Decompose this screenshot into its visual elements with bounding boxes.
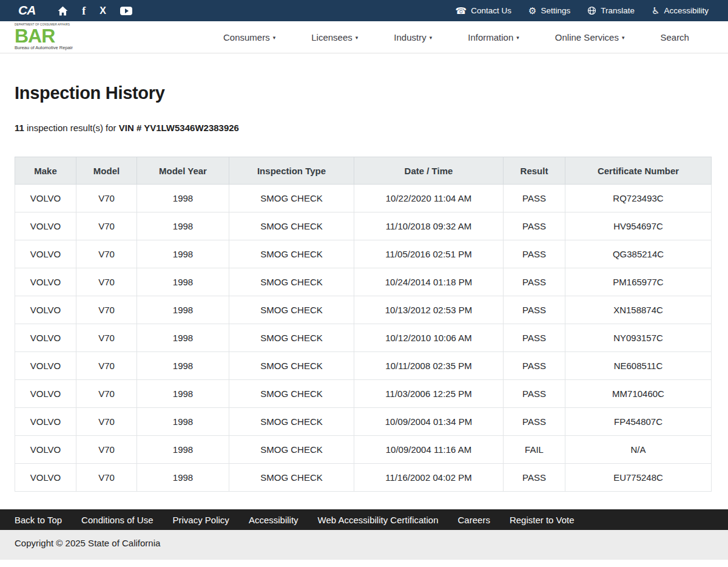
wheelchair-icon: ♿ — [652, 6, 659, 15]
chevron-down-icon: ▾ — [356, 35, 359, 41]
cell-inspection-type: SMOG CHECK — [229, 408, 354, 436]
nav-information[interactable]: Information▾ — [468, 32, 519, 42]
cell-certificate-number: HV954697C — [565, 212, 712, 240]
footer-nav: Back to TopConditions of UsePrivacy Poli… — [0, 509, 728, 530]
column-header-model-year: Model Year — [137, 157, 229, 185]
cell-inspection-type: SMOG CHECK — [229, 352, 354, 380]
cell-certificate-number: QG385214C — [565, 240, 712, 268]
chevron-down-icon: ▾ — [430, 35, 433, 41]
cell-result: PASS — [504, 352, 565, 380]
footer-link-web-accessibility-certification[interactable]: Web Accessibility Certification — [318, 515, 439, 525]
ca-gov-logo[interactable]: CA — [18, 3, 35, 18]
cell-date-time: 10/24/2014 01:18 PM — [354, 268, 504, 296]
translate-label: Translate — [601, 6, 635, 15]
accessibility-label: Accessibility — [664, 6, 709, 15]
table-row: VOLVOV701998SMOG CHECK10/24/2014 01:18 P… — [15, 268, 712, 296]
cell-model: V70 — [76, 380, 137, 408]
nav-consumers[interactable]: Consumers▾ — [223, 32, 275, 42]
cell-date-time: 10/13/2012 02:53 PM — [354, 296, 504, 324]
cell-model: V70 — [76, 436, 137, 464]
cell-result: PASS — [504, 296, 565, 324]
facebook-link[interactable]: f — [82, 5, 86, 16]
cell-certificate-number: FP454807C — [565, 408, 712, 436]
nav-online-services[interactable]: Online Services▾ — [555, 32, 625, 42]
table-row: VOLVOV701998SMOG CHECK10/22/2020 11:04 A… — [15, 185, 712, 212]
cell-make: VOLVO — [15, 380, 76, 408]
bar-logo[interactable]: DEPARTMENT OF CONSUMER AFFAIRS BAR Burea… — [15, 24, 81, 50]
cell-model: V70 — [76, 296, 137, 324]
cell-date-time: 10/11/2008 02:35 PM — [354, 352, 504, 380]
cell-result: PASS — [504, 185, 565, 212]
vin-number: VIN # YV1LW5346W2383926 — [119, 123, 239, 133]
cell-date-time: 11/10/2018 09:32 AM — [354, 212, 504, 240]
cell-model-year: 1998 — [137, 436, 229, 464]
footer-link-register-to-vote[interactable]: Register to Vote — [510, 515, 575, 525]
accessibility-link[interactable]: ♿Accessibility — [652, 6, 709, 15]
cell-result: PASS — [504, 464, 565, 492]
cell-date-time: 11/03/2006 12:25 PM — [354, 380, 504, 408]
x-twitter-link[interactable]: X — [99, 6, 106, 16]
footer-link-accessibility[interactable]: Accessibility — [249, 515, 298, 525]
footer-link-back-to-top[interactable]: Back to Top — [15, 515, 62, 525]
table-row: VOLVOV701998SMOG CHECK11/05/2016 02:51 P… — [15, 240, 712, 268]
result-count: 11 — [15, 123, 24, 133]
x-twitter-icon: X — [99, 6, 106, 16]
cell-certificate-number: N/A — [565, 436, 712, 464]
main-content: Inspection History 11 inspection result(… — [0, 53, 728, 492]
cell-date-time: 10/22/2020 11:04 AM — [354, 185, 504, 212]
cell-date-time: 11/05/2016 02:51 PM — [354, 240, 504, 268]
cell-model-year: 1998 — [137, 296, 229, 324]
nav-search[interactable]: Search — [660, 32, 689, 42]
cell-make: VOLVO — [15, 408, 76, 436]
cell-result: PASS — [504, 324, 565, 352]
footer-link-conditions-of-use[interactable]: Conditions of Use — [81, 515, 153, 525]
settings-link[interactable]: ⚙Settings — [528, 6, 570, 15]
globe-icon — [587, 6, 596, 15]
main-navbar: DEPARTMENT OF CONSUMER AFFAIRS BAR Burea… — [0, 21, 728, 53]
column-header-result: Result — [504, 157, 565, 185]
cell-model: V70 — [76, 464, 137, 492]
youtube-link[interactable] — [120, 7, 132, 15]
nav-licensees[interactable]: Licensees▾ — [311, 32, 358, 42]
cell-model-year: 1998 — [137, 408, 229, 436]
footer-link-careers[interactable]: Careers — [458, 515, 490, 525]
cell-make: VOLVO — [15, 268, 76, 296]
cell-make: VOLVO — [15, 240, 76, 268]
chevron-down-icon: ▾ — [622, 35, 625, 41]
cell-make: VOLVO — [15, 185, 76, 212]
nav-item-label: Consumers — [223, 32, 270, 42]
cell-certificate-number: NY093157C — [565, 324, 712, 352]
translate-link[interactable]: Translate — [587, 6, 635, 15]
result-summary: 11 inspection result(s) for VIN # YV1LW5… — [15, 123, 713, 134]
cell-make: VOLVO — [15, 352, 76, 380]
home-icon — [58, 6, 68, 16]
cell-certificate-number: EU775248C — [565, 464, 712, 492]
cell-make: VOLVO — [15, 212, 76, 240]
chevron-down-icon: ▾ — [273, 35, 276, 41]
contact-us-label: Contact Us — [471, 6, 511, 15]
cell-certificate-number: PM165977C — [565, 268, 712, 296]
cell-date-time: 10/12/2010 10:06 AM — [354, 324, 504, 352]
nav-item-label: Licensees — [311, 32, 352, 42]
result-text: inspection result(s) for — [24, 123, 119, 133]
cell-inspection-type: SMOG CHECK — [229, 240, 354, 268]
bar-logo-bureau-text: Bureau of Automotive Repair — [15, 46, 81, 50]
cell-certificate-number: MM710460C — [565, 380, 712, 408]
nav-item-label: Online Services — [555, 32, 619, 42]
cell-model: V70 — [76, 324, 137, 352]
cell-model: V70 — [76, 240, 137, 268]
cell-model-year: 1998 — [137, 380, 229, 408]
cell-model-year: 1998 — [137, 352, 229, 380]
cell-result: PASS — [504, 408, 565, 436]
cell-model-year: 1998 — [137, 464, 229, 492]
cell-model: V70 — [76, 408, 137, 436]
table-row: VOLVOV701998SMOG CHECK10/11/2008 02:35 P… — [15, 352, 712, 380]
phone-contact-icon: ☎ — [456, 6, 467, 15]
table-row: VOLVOV701998SMOG CHECK11/10/2018 09:32 A… — [15, 212, 712, 240]
copyright-text: Copyright © 2025 State of California — [15, 538, 713, 548]
column-header-model: Model — [76, 157, 137, 185]
footer-link-privacy-policy[interactable]: Privacy Policy — [173, 515, 229, 525]
nav-industry[interactable]: Industry▾ — [394, 32, 432, 42]
contact-us-link[interactable]: ☎Contact Us — [456, 6, 511, 15]
home-link[interactable] — [58, 6, 68, 16]
